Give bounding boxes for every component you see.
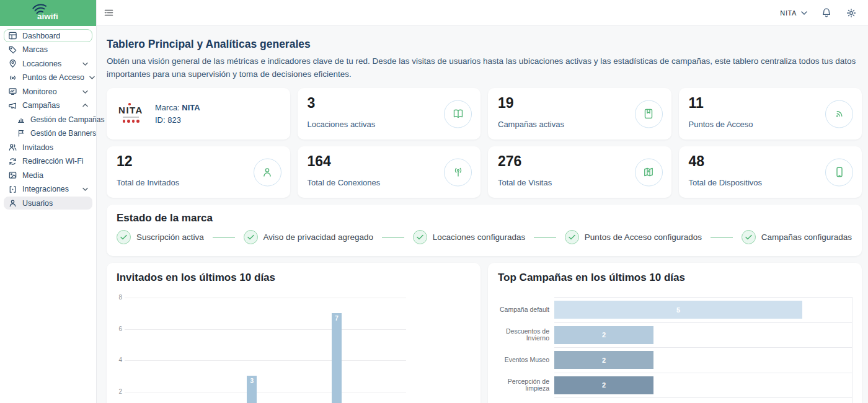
integrations-icon bbox=[8, 185, 17, 194]
sidebar-item-media[interactable]: Media bbox=[4, 169, 92, 182]
map-pin-icon bbox=[8, 59, 17, 68]
access-point-icon bbox=[8, 73, 17, 82]
sidebar-item-invitados[interactable]: Invitados bbox=[4, 141, 92, 154]
sidebar-item-label: Media bbox=[22, 171, 43, 180]
collapse-menu-icon bbox=[104, 9, 113, 17]
sidebar-item-label: Integraciones bbox=[22, 185, 69, 193]
stat-card-total-visitas: 276 Total de Visitas bbox=[488, 146, 671, 198]
row-gridline bbox=[554, 397, 852, 398]
sidebar-item-label: Campañas bbox=[22, 101, 60, 110]
status-step-label: Campañas configuradas bbox=[761, 232, 852, 242]
step-connector-line bbox=[382, 237, 404, 237]
invitados-chart-card: Invitados en los últimos 10 días 864237 bbox=[107, 263, 480, 403]
stat-card-total-dispositivos: 48 Total de Dispositivos bbox=[679, 146, 862, 198]
sidebar-item-label: Locaciones bbox=[22, 60, 61, 68]
brand-id-value: 823 bbox=[167, 115, 181, 125]
monitor-icon bbox=[8, 87, 17, 96]
sidebar-item-dashboard[interactable]: Dashboard bbox=[4, 29, 92, 42]
chevron-up-icon bbox=[82, 104, 88, 107]
sidebar-item-puntos-de-acceso[interactable]: Puntos de Acceso bbox=[4, 71, 92, 84]
status-step-label: Aviso de privacidad agregado bbox=[264, 232, 374, 242]
sidebar-item-label: Dashboard bbox=[22, 32, 60, 40]
notifications-bell-icon[interactable] bbox=[821, 7, 832, 19]
sidebar-item-label: Puntos de Acceso bbox=[22, 73, 84, 82]
nita-logo-red-dot bbox=[128, 103, 131, 105]
chevron-down-icon bbox=[82, 90, 88, 94]
stat-cards-grid: NITA Marca: NITA ID: 823 3 Locaciones ac… bbox=[107, 88, 862, 198]
chevron-down-icon bbox=[89, 76, 95, 79]
people-icon bbox=[8, 143, 17, 152]
settings-gear-icon[interactable] bbox=[846, 7, 857, 19]
bar-value-label: 7 bbox=[332, 313, 342, 322]
sidebar-item-monitoreo[interactable]: Monitoreo bbox=[4, 85, 92, 98]
campaign-bar: 2 bbox=[554, 351, 653, 369]
invitados-bar: 3 bbox=[247, 376, 257, 403]
sidebar-item-label: Usuarios bbox=[22, 199, 53, 208]
aiwifi-wifi-arcs-icon: aiwifi bbox=[24, 4, 73, 22]
brand-marca-value: NITA bbox=[182, 103, 200, 112]
check-circle-icon bbox=[117, 230, 131, 244]
nita-logo-subline bbox=[123, 117, 139, 118]
status-step-puntos-acceso: Puntos de Acceso configurados bbox=[565, 230, 702, 244]
check-circle-icon bbox=[244, 230, 258, 244]
map-marker-icon bbox=[635, 158, 663, 186]
aiwifi-logo-text: aiwifi bbox=[37, 12, 58, 21]
status-step-label: Puntos de Acceso configurados bbox=[585, 232, 702, 242]
brand-meta: Marca: NITA ID: 823 bbox=[155, 102, 200, 126]
sidebar-item-locaciones[interactable]: Locaciones bbox=[4, 57, 92, 70]
megaphone-icon bbox=[8, 101, 17, 110]
chevron-down-icon bbox=[82, 187, 88, 191]
sidebar-item-integraciones[interactable]: Integraciones bbox=[4, 183, 92, 196]
user-icon bbox=[8, 198, 17, 208]
image-icon bbox=[8, 170, 17, 180]
brand-card: NITA Marca: NITA ID: 823 bbox=[107, 88, 290, 140]
dashboard-icon bbox=[8, 31, 17, 40]
invitados-chart-title: Invitados en los últimos 10 días bbox=[117, 272, 471, 283]
sidebar-item-campanas[interactable]: Campañas bbox=[4, 99, 92, 112]
sidebar-item-label: Gestión de Campañas bbox=[30, 115, 104, 124]
sidebar-item-redireccion-wifi[interactable]: Redirección Wi-Fi bbox=[4, 155, 92, 168]
y-axis-tick-label: 6 bbox=[113, 326, 122, 332]
redirect-icon bbox=[8, 157, 17, 166]
check-circle-icon bbox=[742, 230, 756, 244]
status-step-suscripcion: Suscripción activa bbox=[117, 230, 204, 244]
user-menu[interactable]: NITA bbox=[780, 9, 807, 17]
campaign-bar: 2 bbox=[554, 326, 653, 344]
bookmark-book-icon bbox=[635, 100, 663, 128]
campaign-bar: 2 bbox=[554, 376, 653, 394]
y-axis-tick-label: 2 bbox=[113, 388, 122, 395]
top-campaigns-chart-card: Top Campañas en los últimos 10 días Camp… bbox=[488, 263, 862, 403]
stat-card-total-invitados: 12 Total de Invitados bbox=[107, 146, 290, 198]
sidebar-item-marcas[interactable]: Marcas bbox=[4, 43, 92, 56]
sidebar-item-gestion-de-banners[interactable]: Gestión de Banners bbox=[4, 127, 92, 140]
category-label: Descuentos de Invierno bbox=[498, 322, 549, 348]
y-axis-tick-label: 4 bbox=[113, 356, 122, 363]
row-gridline bbox=[554, 347, 852, 348]
y-gridline bbox=[125, 360, 406, 361]
sidebar-item-usuarios[interactable]: Usuarios bbox=[4, 197, 92, 210]
check-circle-icon bbox=[565, 230, 579, 244]
y-gridline bbox=[125, 329, 406, 330]
step-connector-line bbox=[213, 237, 235, 237]
status-step-aviso-privacidad: Aviso de privacidad agregado bbox=[244, 230, 374, 244]
page-title: Tablero Principal y Analíticas generales bbox=[107, 38, 862, 50]
category-label: Percepción de limpieza bbox=[498, 373, 549, 398]
stat-card-locaciones-activas: 3 Locaciones activas bbox=[298, 88, 481, 140]
status-step-campanas: Campañas configuradas bbox=[742, 230, 852, 244]
app-root: aiwifi Dashboard Marcas Locaciones Punto… bbox=[0, 0, 868, 403]
open-book-icon bbox=[444, 100, 472, 128]
stat-card-puntos-de-acceso: 11 Puntos de Acceso bbox=[679, 88, 862, 140]
nita-brand-logo: NITA bbox=[115, 105, 146, 123]
category-label: Campaña default bbox=[498, 297, 549, 322]
sidebar-item-label: Redirección Wi-Fi bbox=[22, 157, 84, 166]
wifi-signal-icon bbox=[825, 100, 853, 128]
sidebar-item-gestion-de-campanas[interactable]: Gestión de Campañas bbox=[4, 113, 92, 126]
sidebar-item-label: Invitados bbox=[22, 143, 53, 152]
invitados-bar: 7 bbox=[332, 313, 342, 403]
sidebar-toggle-button[interactable] bbox=[104, 9, 113, 17]
nita-logo-dots bbox=[115, 120, 146, 123]
status-step-label: Suscripción activa bbox=[136, 232, 204, 242]
nita-logo-text: NITA bbox=[118, 105, 143, 115]
stat-card-total-conexiones: 164 Total de Conexiones bbox=[298, 146, 481, 198]
y-gridline bbox=[125, 298, 406, 298]
